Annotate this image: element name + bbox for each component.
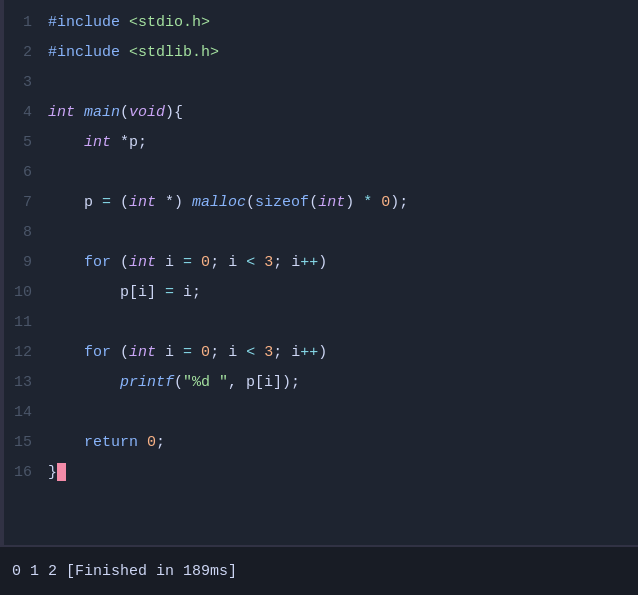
line-number: 2 [0,38,48,68]
line-number: 8 [0,218,48,248]
line-content [48,158,57,188]
line-number: 11 [0,308,48,338]
code-line: 1#include <stdio.h> [0,8,638,38]
code-line: 14 [0,398,638,428]
code-line: 13 printf("%d ", p[i]); [0,368,638,398]
line-number: 12 [0,338,48,368]
line-number: 5 [0,128,48,158]
code-line: 11 [0,308,638,338]
code-line: 10 p[i] = i; [0,278,638,308]
code-line: 16} [0,458,638,488]
code-line: 2#include <stdlib.h> [0,38,638,68]
line-content: #include <stdio.h> [48,8,210,38]
line-content [48,308,57,338]
line-number: 1 [0,8,48,38]
line-number: 16 [0,458,48,488]
code-line: 5 int *p; [0,128,638,158]
line-number: 14 [0,398,48,428]
line-number: 7 [0,188,48,218]
line-number: 9 [0,248,48,278]
line-content: int main(void){ [48,98,183,128]
text-cursor [57,463,66,481]
code-line: 9 for (int i = 0; i < 3; i++) [0,248,638,278]
line-content: return 0; [48,428,165,458]
line-content [48,218,57,248]
terminal-panel: 0 1 2 [Finished in 189ms] [0,545,638,595]
line-content: int *p; [48,128,147,158]
line-content: printf("%d ", p[i]); [48,368,300,398]
code-line: 6 [0,158,638,188]
line-content [48,68,57,98]
code-line: 12 for (int i = 0; i < 3; i++) [0,338,638,368]
line-number: 13 [0,368,48,398]
line-number: 6 [0,158,48,188]
left-border [0,0,4,545]
line-number: 4 [0,98,48,128]
code-line: 8 [0,218,638,248]
code-line: 3 [0,68,638,98]
line-content: } [48,458,66,488]
terminal-output: 0 1 2 [Finished in 189ms] [12,563,237,580]
line-content: for (int i = 0; i < 3; i++) [48,248,327,278]
line-number: 3 [0,68,48,98]
line-number: 10 [0,278,48,308]
code-editor: 1#include <stdio.h>2#include <stdlib.h>3… [0,0,638,545]
line-content: p = (int *) malloc(sizeof(int) * 0); [48,188,408,218]
line-number: 15 [0,428,48,458]
line-content: for (int i = 0; i < 3; i++) [48,338,327,368]
line-content: #include <stdlib.h> [48,38,219,68]
code-line: 4int main(void){ [0,98,638,128]
line-content: p[i] = i; [48,278,201,308]
code-line: 7 p = (int *) malloc(sizeof(int) * 0); [0,188,638,218]
line-content [48,398,57,428]
code-line: 15 return 0; [0,428,638,458]
